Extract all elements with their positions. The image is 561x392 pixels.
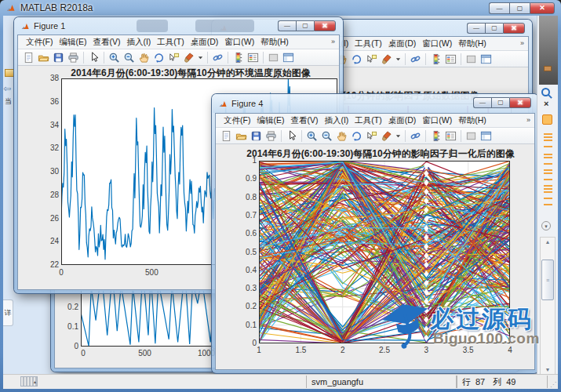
menu-item[interactable]: 查看(V)	[289, 115, 319, 126]
warning-mark-icon[interactable]	[544, 163, 552, 165]
menu-overflow-chevron-icon[interactable]: »	[520, 39, 524, 47]
pan-hand-icon[interactable]	[137, 51, 151, 64]
menu-item[interactable]: 桌面(D)	[387, 115, 418, 126]
rotate-3d-icon[interactable]	[350, 53, 363, 66]
scroll-up-icon[interactable]: ▲	[541, 239, 555, 245]
open-file-icon[interactable]	[37, 51, 50, 64]
minimize-button[interactable]: —	[278, 20, 296, 31]
warning-mark-icon[interactable]	[544, 140, 552, 141]
back-arrow-icon[interactable]: ⇦	[3, 83, 11, 94]
brush-icon[interactable]	[380, 53, 393, 66]
zoom-out-icon[interactable]	[320, 129, 333, 143]
hide-plot-tools-icon[interactable]	[464, 53, 478, 66]
minimize-button[interactable]: —	[473, 97, 491, 108]
insert-legend-icon[interactable]	[246, 51, 260, 64]
menu-item[interactable]: 窗口(W)	[421, 38, 454, 49]
pointer-icon[interactable]	[285, 129, 298, 143]
warning-mark-icon[interactable]	[544, 172, 552, 174]
rotate-3d-icon[interactable]	[152, 51, 166, 64]
new-figure-icon[interactable]	[22, 51, 35, 64]
menu-item[interactable]: 帮助(H)	[457, 115, 488, 126]
insert-legend-icon[interactable]	[444, 129, 457, 143]
figure1-titlebar[interactable]: Figure 1 — ▢ ✕	[15, 17, 342, 34]
close-button[interactable]: ✕	[503, 23, 525, 34]
data-cursor-icon[interactable]	[365, 53, 378, 66]
warning-mark-icon[interactable]	[544, 154, 552, 155]
maximize-button[interactable]: ▢	[296, 20, 314, 31]
save-figure-icon[interactable]	[52, 51, 65, 64]
menu-item[interactable]: 文件(F)	[24, 37, 54, 48]
menu-item[interactable]: 插入(I)	[125, 37, 152, 48]
menu-item[interactable]: 桌面(D)	[387, 38, 418, 49]
close-button[interactable]: ✕	[509, 97, 531, 108]
warning-summary-icon[interactable]	[542, 114, 552, 125]
warning-mark-icon[interactable]	[544, 169, 552, 171]
main-window-titlebar[interactable]: MATLAB R2018a	[0, 0, 561, 16]
brush-icon[interactable]	[182, 51, 195, 64]
warning-mark-icon[interactable]	[544, 185, 552, 187]
data-cursor-icon[interactable]	[167, 51, 180, 64]
close-button[interactable]: ✕	[530, 2, 555, 14]
figure4-titlebar[interactable]: Figure 4 — ▢ ✕	[213, 94, 537, 113]
show-plot-tools-icon[interactable]	[479, 53, 493, 66]
menu-item[interactable]: 插入(I)	[322, 115, 350, 126]
resize-grip-icon[interactable]: ⋰	[550, 381, 556, 388]
warning-mark-icon[interactable]	[544, 157, 552, 158]
save-figure-icon[interactable]	[250, 129, 263, 143]
warning-mark-icon[interactable]	[544, 146, 552, 147]
link-plots-icon[interactable]	[409, 129, 422, 143]
warning-mark-icon[interactable]	[544, 198, 552, 199]
brush-caret-icon[interactable]	[395, 129, 402, 143]
link-plots-icon[interactable]	[409, 53, 422, 66]
warning-mark-icon[interactable]	[544, 204, 552, 205]
print-figure-icon[interactable]	[264, 129, 278, 143]
brush-caret-icon[interactable]	[395, 53, 402, 66]
rotate-3d-icon[interactable]	[350, 129, 363, 143]
warning-mark-icon[interactable]	[544, 136, 552, 138]
editor-scrollbar[interactable]: ▲ ≡ ▼	[540, 237, 556, 375]
scroll-down-icon[interactable]: ▼	[541, 367, 555, 372]
menu-item[interactable]: 工具(T)	[353, 38, 383, 49]
zoom-in-icon[interactable]	[107, 51, 121, 64]
zoom-out-icon[interactable]	[122, 51, 136, 64]
insert-colorbar-icon[interactable]	[429, 129, 443, 143]
warning-mark-icon[interactable]	[544, 133, 552, 135]
print-figure-icon[interactable]	[67, 51, 80, 64]
insert-colorbar-icon[interactable]	[231, 51, 245, 64]
link-plots-icon[interactable]	[211, 51, 224, 64]
statusbar-grip-button[interactable]: ▴	[20, 376, 38, 387]
minimize-button[interactable]: —	[467, 23, 485, 34]
warning-mark-icon[interactable]	[544, 188, 552, 190]
menu-item[interactable]: 工具(T)	[155, 37, 185, 48]
menu-item[interactable]: 窗口(W)	[223, 37, 256, 48]
brush-icon[interactable]	[380, 129, 393, 143]
close-panel-icon[interactable]: ×	[544, 99, 548, 108]
close-button[interactable]: ✕	[314, 20, 336, 31]
minimize-button[interactable]: —	[489, 2, 509, 14]
menu-item[interactable]: 帮助(H)	[259, 37, 290, 48]
side-tab-details[interactable]: 详	[3, 299, 13, 326]
menu-item[interactable]: 桌面(D)	[189, 37, 220, 48]
maximize-button[interactable]: ▢	[509, 2, 530, 14]
collapse-panel-icon[interactable]: ▾	[541, 221, 551, 230]
menu-item[interactable]: 文件(F)	[222, 115, 252, 126]
data-cursor-icon[interactable]	[365, 129, 378, 143]
menu-item[interactable]: 查看(V)	[91, 37, 122, 48]
menu-item[interactable]: 工具(T)	[353, 115, 383, 126]
menu-overflow-chevron-icon[interactable]: »	[331, 38, 335, 45]
new-figure-icon[interactable]	[220, 129, 233, 143]
hide-plot-tools-icon[interactable]	[464, 129, 478, 143]
insert-colorbar-icon[interactable]	[429, 53, 443, 66]
menu-item[interactable]: 帮助(H)	[457, 38, 488, 49]
menu-item[interactable]: 编辑(E)	[255, 115, 286, 126]
warning-mark-icon[interactable]	[544, 191, 552, 193]
menu-overflow-chevron-icon[interactable]: »	[526, 116, 530, 124]
pointer-icon[interactable]	[87, 51, 100, 64]
scrollbar-thumb[interactable]: ≡	[541, 260, 554, 300]
pan-hand-icon[interactable]	[335, 129, 348, 143]
warning-mark-icon[interactable]	[544, 179, 552, 180]
maximize-button[interactable]: ▢	[485, 23, 503, 34]
show-plot-tools-icon[interactable]	[282, 51, 295, 64]
insert-legend-icon[interactable]	[444, 53, 457, 66]
brush-caret-icon[interactable]	[197, 51, 204, 64]
